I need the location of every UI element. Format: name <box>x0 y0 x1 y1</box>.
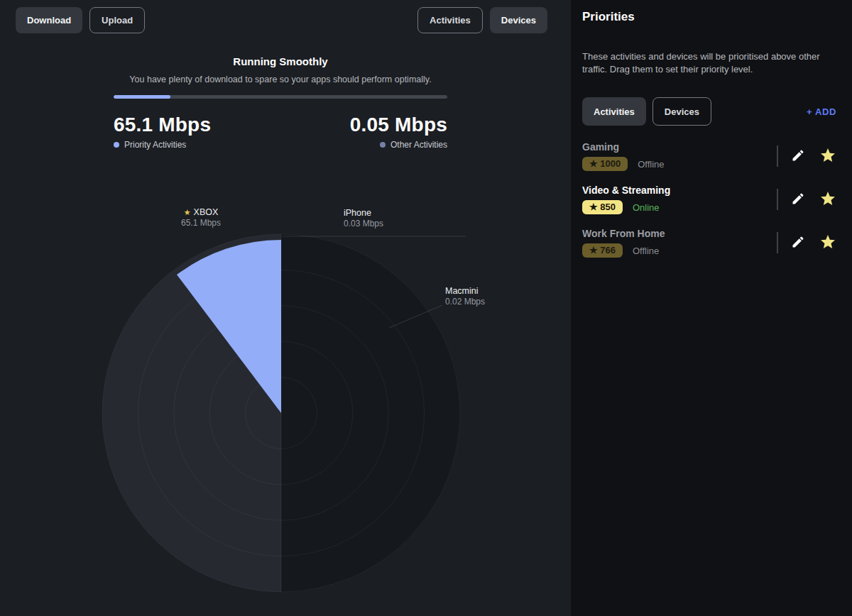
priority-row-video-streaming[interactable]: Video & Streaming ★ 850 Online <box>582 180 836 219</box>
xbox-device-value: 65.1 Mbps <box>169 218 233 228</box>
other-activities-value: 0.05 Mbps <box>350 114 447 136</box>
priority-name: Video & Streaming <box>582 185 777 196</box>
other-activities-stat: 0.05 Mbps Other Activities <box>350 114 447 150</box>
bandwidth-app: Download Upload Activities Devices Runni… <box>0 0 852 616</box>
iphone-device-value: 0.03 Mbps <box>344 219 383 229</box>
bandwidth-progress-fill <box>114 95 170 99</box>
priority-activities-value: 65.1 Mbps <box>114 114 211 136</box>
other-legend-dot-icon <box>380 142 386 148</box>
direction-tabs: Download Upload <box>16 7 145 33</box>
priority-activities-legend: Priority Activities <box>114 140 211 150</box>
priority-score-badge: ★ 766 <box>582 243 623 258</box>
row-divider <box>777 232 778 253</box>
other-legend-label: Other Activities <box>390 140 447 150</box>
priority-legend-dot-icon <box>114 142 119 148</box>
star-icon <box>819 233 836 253</box>
row-divider <box>777 145 778 167</box>
usage-overview: Download Upload Activities Devices Runni… <box>0 0 571 616</box>
connection-status: Running Smoothly You have plenty of down… <box>114 55 447 99</box>
priority-name: Gaming <box>582 141 777 153</box>
priorities-panel: Priorities These activities and devices … <box>571 0 852 616</box>
chart-view-tabs: Activities Devices <box>417 7 547 33</box>
priority-row-actions <box>777 145 836 167</box>
activities-view-tab[interactable]: Activities <box>417 7 483 33</box>
macmini-device-value: 0.02 Mbps <box>445 297 485 307</box>
priorities-description: These activities and devices will be pri… <box>582 50 836 75</box>
pencil-icon <box>791 192 805 208</box>
status-title: Running Smoothly <box>114 55 447 67</box>
priorities-devices-tab[interactable]: Devices <box>652 97 711 126</box>
edit-priority-button[interactable] <box>791 148 805 165</box>
xbox-priority-star-icon: ★ <box>184 208 191 216</box>
priority-legend-label: Priority Activities <box>124 140 186 150</box>
xbox-device-name: XBOX <box>194 207 219 217</box>
priority-row-info: Work From Home ★ 766 Offline <box>582 228 777 258</box>
priority-row-info: Video & Streaming ★ 850 Online <box>582 185 777 214</box>
priority-score-badge: ★ 1000 <box>582 157 628 171</box>
iphone-chart-label: iPhone 0.03 Mbps <box>344 208 383 229</box>
pencil-icon <box>791 235 805 251</box>
star-icon <box>819 190 836 209</box>
bandwidth-progress-bar <box>114 95 447 99</box>
priority-row-gaming[interactable]: Gaming ★ 1000 Offline <box>582 136 836 176</box>
priorities-list: Gaming ★ 1000 Offline <box>582 136 836 263</box>
macmini-chart-label: Macmini 0.02 Mbps <box>445 286 485 307</box>
priority-score-badge: ★ 850 <box>582 200 623 214</box>
add-priority-button[interactable]: + ADD <box>807 106 836 117</box>
pencil-icon <box>791 148 805 165</box>
row-divider <box>777 189 778 210</box>
macmini-device-name: Macmini <box>445 286 485 296</box>
other-activities-legend: Other Activities <box>380 140 447 150</box>
priority-status-badge: Offline <box>633 246 659 256</box>
priority-row-actions <box>777 232 836 253</box>
edit-priority-button[interactable] <box>791 192 805 208</box>
priority-row-actions <box>777 189 836 210</box>
priority-activities-stat: 65.1 Mbps Priority Activities <box>114 114 211 150</box>
upload-tab[interactable]: Upload <box>89 7 145 33</box>
status-subtitle: You have plenty of download to spare so … <box>114 75 447 84</box>
priority-status-badge: Offline <box>638 159 664 170</box>
favorite-priority-button[interactable] <box>819 147 836 166</box>
edit-priority-button[interactable] <box>791 235 805 251</box>
xbox-chart-label: ★XBOX 65.1 Mbps <box>169 207 233 228</box>
priority-row-info: Gaming ★ 1000 Offline <box>582 141 777 171</box>
priority-row-work-from-home[interactable]: Work From Home ★ 766 Offline <box>582 223 836 263</box>
iphone-device-name: iPhone <box>344 208 383 218</box>
priorities-tabs: Activities Devices + ADD <box>582 97 836 126</box>
favorite-priority-button[interactable] <box>819 233 836 253</box>
priorities-activities-tab[interactable]: Activities <box>582 97 646 126</box>
star-icon <box>819 147 836 166</box>
bandwidth-stats: 65.1 Mbps Priority Activities 0.05 Mbps … <box>114 114 447 150</box>
priority-name: Work From Home <box>582 228 777 239</box>
favorite-priority-button[interactable] <box>819 190 836 209</box>
devices-view-tab[interactable]: Devices <box>490 7 547 33</box>
priority-status-badge: Online <box>633 202 660 213</box>
download-tab[interactable]: Download <box>16 7 82 33</box>
priorities-title: Priorities <box>582 10 836 24</box>
